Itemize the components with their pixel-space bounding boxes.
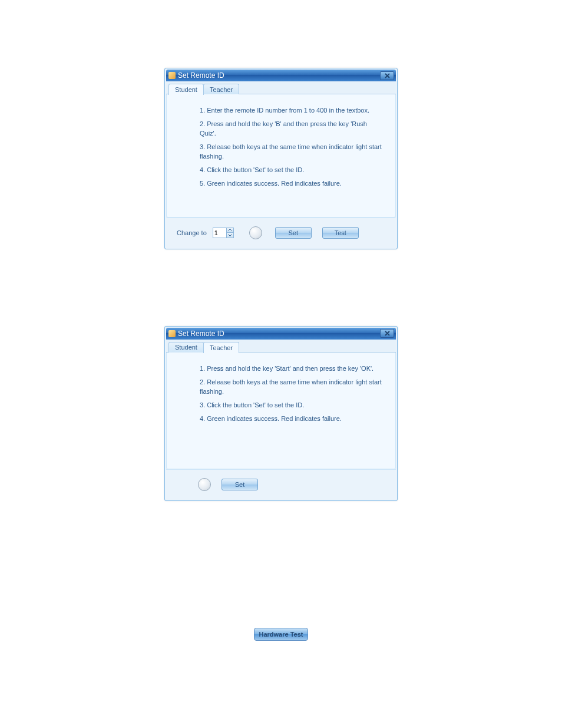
tab-teacher[interactable]: Teacher [203, 84, 239, 94]
tab-label: Teacher [210, 86, 233, 93]
set-button[interactable]: Set [275, 227, 312, 239]
tab-label: Teacher [210, 344, 233, 351]
instruction-step: 3. Click the button 'Set' to set the ID. [200, 401, 384, 410]
instruction-step: 4. Click the button 'Set' to set the ID. [200, 166, 384, 174]
window-title: Set Remote ID [178, 71, 380, 80]
hardware-test-row: Hardware Test [0, 628, 562, 641]
close-icon [385, 331, 390, 336]
tab-student[interactable]: Student [168, 342, 204, 353]
remote-id-input[interactable] [213, 228, 226, 238]
set-remote-id-dialog-student: Set Remote ID Student Teacher 1. Enter t… [164, 68, 398, 249]
tab-teacher[interactable]: Teacher [203, 342, 239, 353]
stepper-up[interactable] [227, 228, 233, 233]
titlebar: Set Remote ID [166, 328, 396, 340]
button-label: Hardware Test [259, 631, 303, 638]
instruction-step: 2. Release both keys at the same time wh… [200, 378, 384, 396]
test-button[interactable]: Test [322, 227, 359, 239]
set-remote-id-dialog-teacher: Set Remote ID Student Teacher 1. Press a… [164, 326, 398, 501]
close-icon [385, 73, 390, 78]
status-indicator [198, 478, 211, 491]
tabstrip: Student Teacher [166, 340, 396, 353]
instruction-step: 1. Enter the remote ID number from 1 to … [200, 106, 384, 115]
change-to-label: Change to [177, 229, 207, 236]
status-indicator [249, 226, 262, 239]
instruction-step: 3. Release both keys at the same time wh… [200, 143, 384, 161]
instruction-step: 4. Green indicates success. Red indicate… [200, 414, 384, 423]
app-icon [168, 330, 176, 337]
hardware-test-button[interactable]: Hardware Test [254, 628, 308, 641]
remote-id-stepper[interactable] [213, 228, 234, 238]
window-title: Set Remote ID [178, 330, 380, 338]
instruction-step: 5. Green indicates success. Red indicate… [200, 179, 384, 188]
instruction-step: 1. Press and hold the key 'Start' and th… [200, 364, 384, 373]
document-page: Set Remote ID Student Teacher 1. Enter t… [0, 0, 562, 728]
dialog-footer: Set [166, 469, 396, 499]
set-button[interactable]: Set [222, 479, 258, 490]
close-button[interactable] [380, 71, 394, 80]
titlebar: Set Remote ID [166, 70, 396, 81]
tab-label: Student [175, 344, 197, 351]
chevron-up-icon [228, 229, 232, 231]
stepper-down[interactable] [227, 233, 233, 238]
instructions-content: 1. Press and hold the key 'Start' and th… [166, 353, 396, 469]
tab-label: Student [175, 86, 197, 93]
button-label: Set [289, 229, 299, 236]
instruction-step: 2. Press and hold the key 'B' and then p… [200, 120, 384, 138]
button-label: Set [235, 481, 245, 488]
instructions-content: 1. Enter the remote ID number from 1 to … [166, 94, 396, 218]
tabstrip: Student Teacher [166, 81, 396, 94]
chevron-down-icon [228, 234, 232, 236]
button-label: Test [335, 229, 346, 236]
close-button[interactable] [380, 329, 394, 338]
dialog-footer: Change to Set Test [166, 218, 396, 248]
tab-student[interactable]: Student [168, 84, 204, 95]
app-icon [168, 72, 176, 79]
